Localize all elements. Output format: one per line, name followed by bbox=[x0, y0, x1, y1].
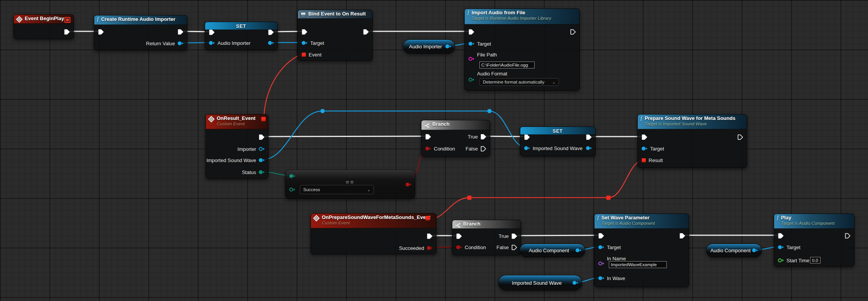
pin-exec-icon[interactable] bbox=[845, 233, 851, 239]
set-imported-sound-wave-pin-imported-sound-wave-out[interactable] bbox=[586, 144, 592, 152]
set-wave-parameter-pin-in-wave[interactable]: In Wave bbox=[598, 274, 625, 282]
onresult-event-pin-importer[interactable]: Importer bbox=[238, 145, 265, 153]
node-header[interactable]: fPlayTarget is Audio Component bbox=[774, 214, 854, 229]
onprepare-event-pin-exec-out[interactable] bbox=[427, 232, 433, 240]
pin-name-icon[interactable] bbox=[598, 262, 604, 265]
pin-object-icon[interactable] bbox=[752, 248, 758, 252]
equals-enum-pin-a-in[interactable] bbox=[289, 172, 295, 180]
branch-2-pin-exec-in[interactable] bbox=[456, 232, 462, 240]
set-wave-parameter-pin-target[interactable]: Target bbox=[598, 243, 621, 251]
pin-exec-icon[interactable] bbox=[524, 134, 530, 140]
node-event-beginplay[interactable]: Event BeginPlay bbox=[14, 14, 74, 39]
pin-exec-icon[interactable] bbox=[737, 134, 743, 140]
pin-enum-icon[interactable] bbox=[289, 188, 295, 192]
node-set-wave-parameter[interactable]: fSet Wave ParameterTarget is Audio Compo… bbox=[594, 214, 689, 287]
node-branch-2[interactable]: BranchConditionTrueFalse bbox=[452, 220, 521, 255]
set-audio-importer-pin-exec-in[interactable] bbox=[209, 28, 215, 36]
pin-object-icon[interactable] bbox=[778, 245, 784, 249]
import-audio-from-file-pin-audio-format[interactable] bbox=[469, 76, 474, 84]
pin-bool-icon[interactable] bbox=[456, 245, 462, 249]
delegate-output-pin[interactable] bbox=[261, 117, 266, 121]
prepare-sound-wave-pin-exec-in[interactable] bbox=[642, 133, 647, 141]
set-wave-parameter-in-name-input[interactable]: ImportedWaveExample bbox=[609, 261, 667, 268]
bind-event-to-on-result-pin-event[interactable]: Event bbox=[302, 51, 321, 58]
pin-float-icon[interactable] bbox=[778, 258, 784, 262]
branch-2-pin-condition[interactable]: Condition bbox=[456, 243, 486, 251]
pin-enum-icon[interactable] bbox=[289, 174, 295, 178]
import-audio-from-file-file-path-input[interactable]: C:\Folder\AudioFile.ogg bbox=[479, 62, 535, 68]
pin-exec-icon[interactable] bbox=[178, 29, 183, 35]
blueprint-event-graph[interactable]: Event BeginPlayfCreate Runtime Audio Imp… bbox=[0, 0, 868, 301]
node-header[interactable]: Branch bbox=[452, 220, 521, 229]
pin-exec-icon[interactable] bbox=[64, 29, 70, 35]
reroute-isw-1[interactable] bbox=[321, 109, 325, 113]
node-play[interactable]: fPlayTarget is Audio ComponentTargetStar… bbox=[774, 214, 854, 267]
pin-exec-icon[interactable] bbox=[679, 233, 685, 239]
node-header[interactable]: fPrepare Sound Wave for Meta SoundsTarge… bbox=[638, 115, 747, 129]
node-bind-event-to-on-result[interactable]: Bind Event to On ResultTargetEvent bbox=[297, 10, 373, 61]
reroute-isw-2[interactable] bbox=[488, 109, 492, 113]
pin-exec-icon[interactable] bbox=[570, 29, 576, 35]
pin-bool-icon[interactable] bbox=[427, 246, 433, 250]
node-header[interactable]: SET bbox=[520, 127, 595, 135]
pin-delegate-icon[interactable] bbox=[642, 158, 646, 162]
pin-object-icon[interactable] bbox=[586, 146, 592, 150]
pin-object-icon[interactable] bbox=[524, 146, 530, 150]
set-audio-importer-pin-audio-importer-out[interactable] bbox=[268, 39, 274, 47]
node-header[interactable]: fImport Audio from FileTarget is Runtime… bbox=[465, 9, 579, 24]
pin-object-icon[interactable] bbox=[598, 245, 604, 249]
play-start-time-input[interactable]: 0.0 bbox=[810, 257, 820, 263]
import-audio-from-file-pin-exec-in[interactable] bbox=[469, 28, 474, 36]
play-pin-exec-in[interactable] bbox=[778, 232, 784, 239]
equals-enum-b-in-dropdown[interactable]: Success⌄ bbox=[300, 185, 374, 194]
pin-exec-icon[interactable] bbox=[511, 245, 517, 250]
node-equals-enum[interactable]: ==Success⌄ bbox=[285, 170, 415, 199]
bind-event-to-on-result-pin-target[interactable]: Target bbox=[302, 39, 324, 47]
prepare-sound-wave-pin-exec-out[interactable] bbox=[737, 133, 743, 141]
reroute-delegate-2[interactable] bbox=[467, 196, 472, 200]
node-header[interactable]: fSet Wave ParameterTarget is Audio Compo… bbox=[595, 214, 689, 229]
node-audio-importer-var[interactable]: Audio Importer bbox=[403, 39, 455, 54]
create-runtime-audio-importer-pin-exec-out[interactable] bbox=[178, 28, 183, 36]
imported-sound-wave-var-pin-value-out[interactable] bbox=[572, 279, 578, 287]
pin-exec-icon[interactable] bbox=[481, 134, 486, 140]
node-header[interactable]: OnResult_EventCustom Event bbox=[206, 115, 268, 129]
set-imported-sound-wave-pin-imported-sound-wave-in[interactable]: Imported Sound Wave bbox=[524, 144, 583, 152]
set-wave-parameter-pin-exec-in[interactable] bbox=[598, 232, 604, 239]
node-set-imported-sound-wave[interactable]: SETImported Sound Wave bbox=[520, 127, 596, 156]
pin-enum-icon[interactable] bbox=[259, 170, 265, 174]
pin-exec-icon[interactable] bbox=[586, 134, 592, 140]
audio-component-var-2-pin-value-out[interactable] bbox=[752, 246, 758, 254]
pin-object-icon[interactable] bbox=[598, 276, 604, 280]
branch-2-pin-false-out[interactable]: False bbox=[496, 243, 517, 251]
create-runtime-audio-importer-pin-return-value[interactable]: Return Value bbox=[146, 39, 183, 47]
event-delegate-icon[interactable] bbox=[65, 17, 70, 23]
pin-delegate-icon[interactable] bbox=[302, 53, 306, 57]
pin-exec-icon[interactable] bbox=[778, 233, 784, 239]
pin-object-icon[interactable] bbox=[445, 44, 451, 48]
pin-object-icon[interactable] bbox=[209, 41, 215, 45]
pin-exec-icon[interactable] bbox=[642, 134, 647, 140]
node-header[interactable]: SET bbox=[205, 22, 277, 30]
pin-exec-icon[interactable] bbox=[481, 146, 486, 152]
node-branch-1[interactable]: BranchConditionTrueFalse bbox=[421, 120, 490, 157]
pin-exec-icon[interactable] bbox=[268, 29, 274, 35]
node-header[interactable]: fCreate Runtime Audio Importer bbox=[94, 15, 187, 25]
node-create-runtime-audio-importer[interactable]: fCreate Runtime Audio ImporterReturn Val… bbox=[94, 15, 187, 50]
pin-object-icon[interactable] bbox=[178, 41, 183, 45]
branch-1-pin-exec-in[interactable] bbox=[425, 133, 431, 140]
pin-object-icon[interactable] bbox=[268, 41, 274, 45]
delegate-output-pin[interactable] bbox=[425, 216, 430, 221]
set-audio-importer-pin-audio-importer-in[interactable]: Audio Importer bbox=[209, 39, 250, 47]
node-audio-component-var-2[interactable]: Audio Component bbox=[706, 244, 762, 257]
pin-string-icon[interactable] bbox=[469, 57, 474, 61]
bind-event-to-on-result-pin-exec-in[interactable] bbox=[302, 28, 307, 36]
pin-object-icon[interactable] bbox=[576, 248, 581, 252]
prepare-sound-wave-pin-target[interactable]: Target bbox=[642, 145, 664, 152]
onresult-event-pin-imported-sound-wave[interactable]: Imported Sound Wave bbox=[206, 156, 265, 164]
node-onresult-event[interactable]: OnResult_EventCustom EventImporterImport… bbox=[206, 114, 268, 179]
play-pin-start-time[interactable]: Start Time bbox=[778, 257, 809, 264]
pin-exec-icon[interactable] bbox=[209, 29, 215, 35]
node-prepare-sound-wave[interactable]: fPrepare Sound Wave for Meta SoundsTarge… bbox=[637, 114, 747, 168]
branch-1-pin-false-out[interactable]: False bbox=[465, 145, 486, 152]
